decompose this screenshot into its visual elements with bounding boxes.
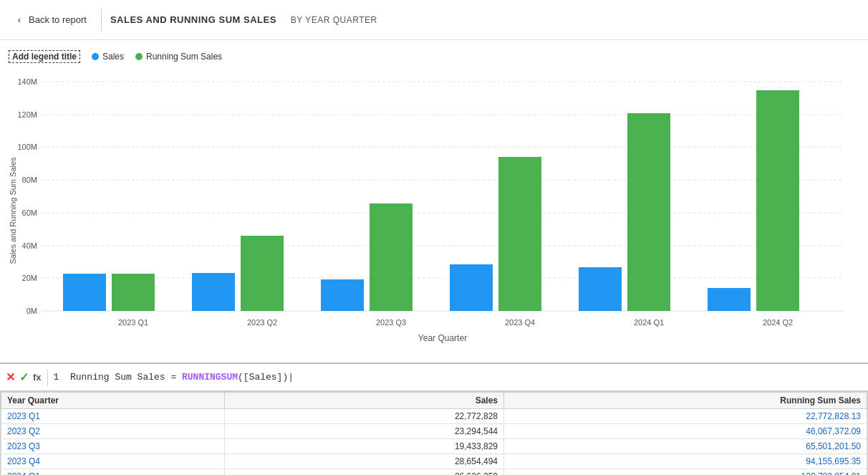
col-header-sales: Sales — [225, 393, 504, 409]
svg-text:120M: 120M — [17, 110, 37, 119]
y-axis-label: Sales and Running Sum Sales — [9, 157, 17, 264]
header: ‹ Back to report SALES AND RUNNING SUM S… — [0, 0, 868, 40]
fx-icon: fx — [33, 372, 42, 383]
chart-title: SALES AND RUNNING SUM SALES — [110, 14, 276, 25]
x-label-q1: 2023 Q1 — [118, 318, 148, 327]
bar-chart: Sales and Running Sum Sales 0M 20M 40M 6… — [6, 67, 865, 347]
cell-running: 22,772,828.13 — [504, 409, 867, 424]
cell-sales: 19,433,829 — [225, 439, 504, 454]
bar-2024q1-sales — [579, 267, 622, 311]
data-table: Year Quarter Sales Running Sum Sales 202… — [1, 392, 867, 475]
svg-text:40M: 40M — [22, 241, 37, 250]
chevron-left-icon: ‹ — [14, 15, 24, 25]
table-row: 2024 Q126,626,359120,782,054.01 — [1, 469, 867, 476]
bar-q4-sales — [450, 264, 493, 311]
col-header-running: Running Sum Sales — [504, 393, 867, 409]
table-row: 2023 Q122,772,82822,772,828.13 — [1, 409, 867, 424]
cell-sales: 22,772,828 — [225, 409, 504, 424]
formula-text: 1 Running Sum Sales = RUNNINGSUM([Sales]… — [54, 372, 294, 383]
formula-bar: ✕ ✓ fx 1 Running Sum Sales = RUNNINGSUM(… — [0, 363, 868, 391]
x-label-2024q1: 2024 Q1 — [634, 318, 664, 327]
header-divider — [101, 9, 102, 31]
x-label-q3: 2023 Q3 — [376, 318, 406, 327]
bar-q2-running — [241, 236, 284, 311]
svg-text:80M: 80M — [22, 176, 37, 184]
chart-svg-wrapper: Sales and Running Sum Sales 0M 20M 40M 6… — [0, 67, 868, 350]
bar-q3-running — [370, 203, 413, 311]
svg-text:20M: 20M — [22, 274, 37, 282]
data-table-wrap: Year Quarter Sales Running Sum Sales 202… — [0, 391, 868, 475]
chart-subtitle: BY YEAR QUARTER — [291, 15, 377, 25]
svg-text:140M: 140M — [17, 77, 37, 86]
formula-keyword: RUNNINGSUM — [182, 372, 238, 383]
bar-q1-running — [112, 274, 155, 311]
cell-sales: 26,626,359 — [225, 469, 504, 476]
cell-running: 120,782,054.01 — [504, 469, 867, 476]
chart-container: Add legend title Sales Running Sum Sales… — [0, 40, 868, 363]
svg-text:60M: 60M — [22, 208, 37, 217]
legend-label-running: Running Sum Sales — [146, 52, 222, 62]
legend-item-running: Running Sum Sales — [135, 52, 222, 62]
cell-quarter: 2023 Q4 — [1, 454, 225, 469]
x-label-q4: 2023 Q4 — [505, 318, 535, 327]
bar-q2-sales — [192, 273, 235, 311]
x-axis-label: Year Quarter — [418, 333, 467, 343]
chart-legend: Add legend title Sales Running Sum Sales — [0, 46, 868, 67]
cell-quarter: 2023 Q1 — [1, 409, 225, 424]
cell-running: 46,067,372.09 — [504, 424, 867, 439]
formula-bar-divider — [47, 369, 48, 386]
svg-text:0M: 0M — [26, 307, 37, 315]
table-row: 2023 Q319,433,82965,501,201.50 — [1, 439, 867, 454]
formula-cancel-button[interactable]: ✕ — [6, 370, 15, 384]
bar-2024q2-sales — [708, 288, 751, 311]
bar-2024q2-running — [756, 90, 799, 311]
x-label-q2: 2023 Q2 — [247, 318, 277, 327]
cell-quarter: 2023 Q3 — [1, 439, 225, 454]
bar-2024q1-running — [627, 113, 670, 311]
bar-q4-running — [498, 157, 541, 311]
legend-dot-running — [135, 53, 143, 60]
bar-q3-sales — [321, 279, 364, 311]
legend-title[interactable]: Add legend title — [9, 50, 80, 63]
table-row: 2023 Q223,294,54446,067,372.09 — [1, 424, 867, 439]
legend-item-sales: Sales — [92, 52, 124, 62]
cell-quarter: 2023 Q2 — [1, 424, 225, 439]
table-header-row: Year Quarter Sales Running Sum Sales — [1, 393, 867, 409]
bar-q1-sales — [63, 274, 106, 311]
back-button[interactable]: ‹ Back to report — [9, 11, 92, 28]
svg-text:100M: 100M — [17, 143, 37, 151]
col-header-year-quarter: Year Quarter — [1, 393, 225, 409]
formula-confirm-button[interactable]: ✓ — [19, 370, 29, 384]
formula-input[interactable]: 1 Running Sum Sales = RUNNINGSUM([Sales]… — [54, 372, 862, 383]
legend-label-sales: Sales — [102, 52, 124, 62]
cell-running: 65,501,201.50 — [504, 439, 867, 454]
cell-quarter: 2024 Q1 — [1, 469, 225, 476]
formula-actions: ✕ ✓ fx — [6, 370, 42, 384]
x-label-2024q2: 2024 Q2 — [763, 318, 793, 327]
back-label: Back to report — [29, 14, 87, 25]
cell-sales: 28,654,494 — [225, 454, 504, 469]
cell-running: 94,155,695.35 — [504, 454, 867, 469]
legend-dot-sales — [92, 53, 99, 60]
table-row: 2023 Q428,654,49494,155,695.35 — [1, 454, 867, 469]
cell-sales: 23,294,544 — [225, 424, 504, 439]
